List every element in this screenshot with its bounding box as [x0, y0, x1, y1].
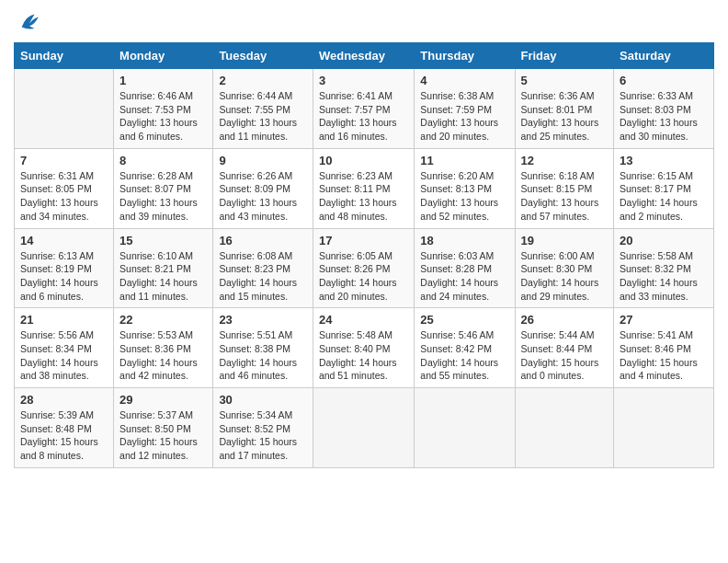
- calendar-cell: 1Sunrise: 6:46 AM Sunset: 7:53 PM Daylig…: [114, 69, 213, 149]
- calendar-cell: [15, 69, 114, 149]
- calendar-cell: 2Sunrise: 6:44 AM Sunset: 7:55 PM Daylig…: [213, 69, 313, 149]
- day-info: Sunrise: 5:44 AM Sunset: 8:44 PM Dayligh…: [521, 328, 609, 383]
- day-info: Sunrise: 6:13 AM Sunset: 8:19 PM Dayligh…: [20, 249, 108, 304]
- week-row-4: 21Sunrise: 5:56 AM Sunset: 8:34 PM Dayli…: [15, 308, 714, 388]
- day-number: 16: [219, 234, 307, 247]
- calendar-cell: 20Sunrise: 5:58 AM Sunset: 8:32 PM Dayli…: [614, 228, 714, 308]
- calendar-cell: 14Sunrise: 6:13 AM Sunset: 8:19 PM Dayli…: [15, 228, 114, 308]
- day-info: Sunrise: 6:05 AM Sunset: 8:26 PM Dayligh…: [319, 249, 408, 304]
- day-number: 1: [119, 74, 207, 87]
- day-info: Sunrise: 5:56 AM Sunset: 8:34 PM Dayligh…: [20, 328, 108, 383]
- calendar-cell: 12Sunrise: 6:18 AM Sunset: 8:15 PM Dayli…: [515, 148, 614, 228]
- week-row-2: 7Sunrise: 6:31 AM Sunset: 8:05 PM Daylig…: [15, 148, 714, 228]
- calendar-cell: 19Sunrise: 6:00 AM Sunset: 8:30 PM Dayli…: [515, 228, 614, 308]
- week-row-1: 1Sunrise: 6:46 AM Sunset: 7:53 PM Daylig…: [15, 69, 714, 149]
- calendar-cell: 28Sunrise: 5:39 AM Sunset: 8:48 PM Dayli…: [15, 388, 114, 468]
- day-info: Sunrise: 5:48 AM Sunset: 8:40 PM Dayligh…: [319, 328, 408, 383]
- day-header-sunday: Sunday: [15, 43, 114, 69]
- day-number: 23: [219, 313, 307, 327]
- day-info: Sunrise: 5:39 AM Sunset: 8:48 PM Dayligh…: [20, 408, 108, 463]
- calendar-cell: 15Sunrise: 6:10 AM Sunset: 8:21 PM Dayli…: [114, 228, 213, 308]
- day-info: Sunrise: 6:31 AM Sunset: 8:05 PM Dayligh…: [20, 169, 108, 224]
- day-header-thursday: Thursday: [415, 43, 515, 69]
- day-number: 21: [20, 313, 108, 327]
- calendar-cell: 9Sunrise: 6:26 AM Sunset: 8:09 PM Daylig…: [213, 148, 313, 228]
- calendar-cell: 27Sunrise: 5:41 AM Sunset: 8:46 PM Dayli…: [614, 308, 714, 388]
- header: [14, 9, 714, 35]
- calendar-cell: 26Sunrise: 5:44 AM Sunset: 8:44 PM Dayli…: [515, 308, 614, 388]
- day-info: Sunrise: 6:10 AM Sunset: 8:21 PM Dayligh…: [119, 249, 207, 304]
- calendar-cell: [515, 388, 614, 468]
- day-header-friday: Friday: [515, 43, 614, 69]
- calendar-cell: 11Sunrise: 6:20 AM Sunset: 8:13 PM Dayli…: [415, 148, 515, 228]
- day-info: Sunrise: 6:44 AM Sunset: 7:55 PM Dayligh…: [219, 89, 307, 144]
- logo-bird-icon: [17, 9, 42, 35]
- day-header-tuesday: Tuesday: [213, 43, 313, 69]
- day-number: 13: [620, 154, 708, 167]
- day-info: Sunrise: 6:28 AM Sunset: 8:07 PM Dayligh…: [119, 169, 207, 224]
- day-info: Sunrise: 6:38 AM Sunset: 7:59 PM Dayligh…: [420, 89, 508, 144]
- day-info: Sunrise: 6:36 AM Sunset: 8:01 PM Dayligh…: [521, 89, 609, 144]
- day-number: 17: [319, 234, 408, 247]
- calendar-cell: 30Sunrise: 5:34 AM Sunset: 8:52 PM Dayli…: [213, 388, 313, 468]
- day-number: 3: [319, 74, 408, 87]
- day-info: Sunrise: 6:20 AM Sunset: 8:13 PM Dayligh…: [420, 169, 508, 224]
- day-number: 6: [620, 74, 708, 87]
- day-info: Sunrise: 6:08 AM Sunset: 8:23 PM Dayligh…: [219, 249, 307, 304]
- calendar-cell: 8Sunrise: 6:28 AM Sunset: 8:07 PM Daylig…: [114, 148, 213, 228]
- day-number: 26: [521, 313, 609, 327]
- day-info: Sunrise: 6:03 AM Sunset: 8:28 PM Dayligh…: [420, 249, 508, 304]
- calendar-cell: 24Sunrise: 5:48 AM Sunset: 8:40 PM Dayli…: [313, 308, 414, 388]
- day-number: 22: [119, 313, 207, 327]
- day-info: Sunrise: 5:37 AM Sunset: 8:50 PM Dayligh…: [119, 408, 207, 463]
- day-info: Sunrise: 5:58 AM Sunset: 8:32 PM Dayligh…: [620, 249, 708, 304]
- day-number: 25: [420, 313, 508, 327]
- day-info: Sunrise: 6:46 AM Sunset: 7:53 PM Dayligh…: [119, 89, 207, 144]
- day-number: 4: [420, 74, 508, 87]
- calendar-cell: 7Sunrise: 6:31 AM Sunset: 8:05 PM Daylig…: [15, 148, 114, 228]
- day-info: Sunrise: 6:41 AM Sunset: 7:57 PM Dayligh…: [319, 89, 408, 144]
- calendar-cell: 16Sunrise: 6:08 AM Sunset: 8:23 PM Dayli…: [213, 228, 313, 308]
- calendar-cell: 17Sunrise: 6:05 AM Sunset: 8:26 PM Dayli…: [313, 228, 414, 308]
- week-row-3: 14Sunrise: 6:13 AM Sunset: 8:19 PM Dayli…: [15, 228, 714, 308]
- day-number: 29: [119, 393, 207, 407]
- day-info: Sunrise: 6:00 AM Sunset: 8:30 PM Dayligh…: [521, 249, 609, 304]
- day-number: 8: [119, 154, 207, 167]
- day-info: Sunrise: 5:41 AM Sunset: 8:46 PM Dayligh…: [620, 328, 708, 383]
- day-info: Sunrise: 5:34 AM Sunset: 8:52 PM Dayligh…: [219, 408, 307, 463]
- calendar-cell: 5Sunrise: 6:36 AM Sunset: 8:01 PM Daylig…: [515, 69, 614, 149]
- calendar-cell: 4Sunrise: 6:38 AM Sunset: 7:59 PM Daylig…: [415, 69, 515, 149]
- day-number: 28: [20, 393, 108, 407]
- day-number: 10: [319, 154, 408, 167]
- calendar-cell: 29Sunrise: 5:37 AM Sunset: 8:50 PM Dayli…: [114, 388, 213, 468]
- calendar-cell: 10Sunrise: 6:23 AM Sunset: 8:11 PM Dayli…: [313, 148, 414, 228]
- day-info: Sunrise: 6:18 AM Sunset: 8:15 PM Dayligh…: [521, 169, 609, 224]
- day-number: 18: [420, 234, 508, 247]
- day-number: 19: [521, 234, 609, 247]
- day-number: 15: [119, 234, 207, 247]
- calendar-table: SundayMondayTuesdayWednesdayThursdayFrid…: [14, 42, 714, 468]
- day-info: Sunrise: 6:15 AM Sunset: 8:17 PM Dayligh…: [620, 169, 708, 224]
- calendar-cell: 6Sunrise: 6:33 AM Sunset: 8:03 PM Daylig…: [614, 69, 714, 149]
- day-number: 27: [620, 313, 708, 327]
- day-number: 7: [20, 154, 108, 167]
- day-header-saturday: Saturday: [614, 43, 714, 69]
- calendar-cell: [614, 388, 714, 468]
- day-number: 12: [521, 154, 609, 167]
- calendar-cell: 3Sunrise: 6:41 AM Sunset: 7:57 PM Daylig…: [313, 69, 414, 149]
- logo: [14, 9, 42, 35]
- calendar-cell: 22Sunrise: 5:53 AM Sunset: 8:36 PM Dayli…: [114, 308, 213, 388]
- day-number: 11: [420, 154, 508, 167]
- calendar-cell: 13Sunrise: 6:15 AM Sunset: 8:17 PM Dayli…: [614, 148, 714, 228]
- header-row: SundayMondayTuesdayWednesdayThursdayFrid…: [15, 43, 714, 69]
- calendar-cell: 25Sunrise: 5:46 AM Sunset: 8:42 PM Dayli…: [415, 308, 515, 388]
- calendar-cell: 18Sunrise: 6:03 AM Sunset: 8:28 PM Dayli…: [415, 228, 515, 308]
- calendar-cell: 23Sunrise: 5:51 AM Sunset: 8:38 PM Dayli…: [213, 308, 313, 388]
- day-info: Sunrise: 6:33 AM Sunset: 8:03 PM Dayligh…: [620, 89, 708, 144]
- calendar-cell: 21Sunrise: 5:56 AM Sunset: 8:34 PM Dayli…: [15, 308, 114, 388]
- day-number: 24: [319, 313, 408, 327]
- day-info: Sunrise: 5:51 AM Sunset: 8:38 PM Dayligh…: [219, 328, 307, 383]
- day-info: Sunrise: 6:26 AM Sunset: 8:09 PM Dayligh…: [219, 169, 307, 224]
- day-header-monday: Monday: [114, 43, 213, 69]
- calendar-cell: [415, 388, 515, 468]
